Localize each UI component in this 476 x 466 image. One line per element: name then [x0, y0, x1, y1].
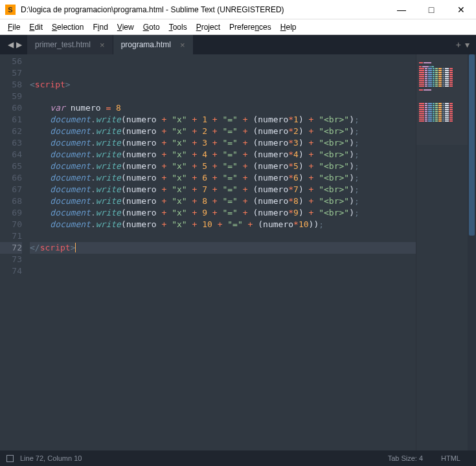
code-line[interactable]: document.write(numero + "x" + 9 + "=" + … [30, 207, 416, 219]
window-controls: — □ ✕ [387, 0, 476, 19]
menu-help[interactable]: Help [277, 21, 300, 33]
code-line[interactable]: document.write(numero + "x" + 10 + "=" +… [30, 219, 416, 230]
tab-bar: ◀ ▶ primer_test.html × programa.html × +… [0, 35, 476, 54]
line-number: 67 [0, 184, 22, 195]
code-line[interactable]: <script> [30, 79, 416, 91]
close-button[interactable]: ✕ [446, 0, 476, 19]
code-line[interactable]: document.write(numero + "x" + 5 + "=" + … [30, 161, 416, 172]
status-bar: Line 72, Column 10 Tab Size: 4 HTML [0, 450, 476, 466]
menu-file[interactable]: File [4, 21, 24, 33]
new-tab-icon[interactable]: + [456, 39, 461, 50]
status-cursor-position[interactable]: Line 72, Column 10 [20, 454, 82, 462]
menu-preferences[interactable]: Preferences [225, 21, 275, 33]
menu-view[interactable]: View [113, 21, 138, 33]
code-line[interactable] [30, 67, 416, 79]
tab-label: programa.html [121, 40, 171, 49]
menu-find[interactable]: Find [89, 21, 111, 33]
menu-goto[interactable]: Goto [139, 21, 164, 33]
tab-nav-arrows: ◀ ▶ [3, 35, 27, 54]
tab-programa[interactable]: programa.html × [113, 35, 194, 54]
tab-nav-back-icon[interactable]: ◀ [8, 40, 14, 49]
code-line[interactable]: document.write(numero + "x" + 4 + "=" + … [30, 149, 416, 161]
line-number: 66 [0, 172, 22, 184]
tab-primer-test[interactable]: primer_test.html × [27, 35, 113, 54]
vertical-scrollbar[interactable] [468, 54, 476, 450]
line-number: 63 [0, 137, 22, 149]
tab-label: primer_test.html [35, 40, 91, 49]
code-line[interactable] [30, 265, 416, 277]
code-line[interactable] [30, 254, 416, 265]
menu-project[interactable]: Project [192, 21, 224, 33]
line-number: 72 [0, 242, 22, 254]
tab-dropdown-icon[interactable]: ▾ [465, 39, 470, 50]
line-number-gutter: 56575859606162636465666768697071727374 [0, 54, 30, 450]
code-line[interactable] [30, 91, 416, 102]
code-line[interactable]: document.write(numero + "x" + 3 + "=" + … [30, 137, 416, 149]
line-number: 69 [0, 207, 22, 219]
line-number: 61 [0, 114, 22, 126]
minimize-button[interactable]: — [387, 0, 416, 19]
window-title: D:\logica de programacion\programa.html … [21, 5, 387, 14]
code-line[interactable]: document.write(numero + "x" + 7 + "=" + … [30, 184, 416, 195]
code-line[interactable]: document.write(numero + "x" + 2 + "=" + … [30, 126, 416, 137]
editor: 56575859606162636465666768697071727374 <… [0, 54, 476, 450]
tab-close-icon[interactable]: × [180, 40, 185, 50]
line-number: 68 [0, 195, 22, 207]
minimap[interactable] [416, 54, 468, 450]
scrollbar-thumb[interactable] [469, 54, 475, 236]
line-number: 64 [0, 149, 22, 161]
text-cursor [75, 243, 76, 252]
menu-bar: File Edit Selection Find View Goto Tools… [0, 19, 476, 35]
line-number: 70 [0, 219, 22, 230]
code-line[interactable]: document.write(numero + "x" + 6 + "=" + … [30, 172, 416, 184]
code-line[interactable]: document.write(numero + "x" + 8 + "=" + … [30, 195, 416, 207]
minimap-content [419, 58, 465, 122]
line-number: 65 [0, 161, 22, 172]
tab-close-icon[interactable]: × [100, 40, 105, 50]
code-line[interactable]: var numero = 8 [30, 102, 416, 114]
tab-nav-forward-icon[interactable]: ▶ [16, 40, 22, 49]
tab-actions: + ▾ [449, 35, 476, 54]
line-number: 56 [0, 56, 22, 67]
line-number: 58 [0, 79, 22, 91]
status-panel-toggle-icon[interactable] [6, 455, 14, 462]
line-number: 74 [0, 265, 22, 277]
line-number: 59 [0, 91, 22, 102]
line-number: 60 [0, 102, 22, 114]
code-line[interactable]: </script> [30, 242, 416, 254]
line-number: 73 [0, 254, 22, 265]
line-number: 57 [0, 67, 22, 79]
maximize-button[interactable]: □ [416, 0, 446, 19]
line-number: 71 [0, 230, 22, 242]
menu-edit[interactable]: Edit [25, 21, 47, 33]
code-area[interactable]: <script> var numero = 8 document.write(n… [30, 54, 416, 450]
app-icon: S [5, 5, 16, 15]
menu-selection[interactable]: Selection [48, 21, 87, 33]
line-number: 62 [0, 126, 22, 137]
menu-tools[interactable]: Tools [165, 21, 191, 33]
status-tab-size[interactable]: Tab Size: 4 [379, 454, 432, 462]
code-line[interactable]: document.write(numero + "x" + 1 + "=" + … [30, 114, 416, 126]
code-line[interactable] [30, 230, 416, 242]
status-language[interactable]: HTML [432, 454, 470, 462]
window-titlebar: S D:\logica de programacion\programa.htm… [0, 0, 476, 19]
code-line[interactable] [30, 56, 416, 67]
